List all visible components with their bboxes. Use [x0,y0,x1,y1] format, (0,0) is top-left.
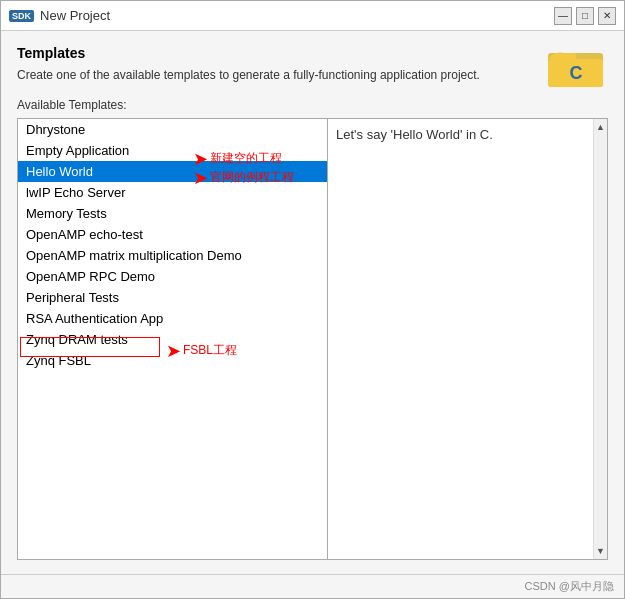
sdk-badge: SDK [9,10,34,22]
watermark: CSDN @风中月隐 [525,579,614,594]
description-text: Let's say 'Hello World' in C. [336,127,493,142]
new-project-window: SDK New Project — □ ✕ C Templates Create… [0,0,625,599]
template-description: Let's say 'Hello World' in C. ▲ ▼ [328,119,607,559]
template-item[interactable]: Memory Tests [18,203,327,224]
template-item[interactable]: RSA Authentication App [18,308,327,329]
template-item[interactable]: OpenAMP matrix multiplication Demo [18,245,327,266]
template-item[interactable]: Zynq FSBL [18,350,327,371]
svg-text:C: C [570,63,583,83]
template-item[interactable]: Empty Application [18,140,327,161]
section-title: Templates [17,45,608,61]
title-bar: SDK New Project — □ ✕ [1,1,624,31]
template-item[interactable]: OpenAMP echo-test [18,224,327,245]
template-item[interactable]: Zynq DRAM tests [18,329,327,350]
maximize-button[interactable]: □ [576,7,594,25]
scroll-up-arrow[interactable]: ▲ [593,119,607,135]
footer: CSDN @风中月隐 [1,574,624,598]
template-item[interactable]: Dhrystone [18,119,327,140]
title-bar-left: SDK New Project [9,8,110,23]
template-list[interactable]: DhrystoneEmpty ApplicationHello WorldlwI… [18,119,328,559]
template-item[interactable]: Hello World [18,161,327,182]
template-item[interactable]: Peripheral Tests [18,287,327,308]
window-controls: — □ ✕ [554,7,616,25]
folder-icon: C [546,41,606,91]
template-item[interactable]: lwIP Echo Server [18,182,327,203]
minimize-button[interactable]: — [554,7,572,25]
section-description: Create one of the available templates to… [17,67,608,84]
templates-label: Available Templates: [17,98,608,112]
close-button[interactable]: ✕ [598,7,616,25]
content-area: C Templates Create one of the available … [1,31,624,574]
template-item[interactable]: OpenAMP RPC Demo [18,266,327,287]
templates-area: DhrystoneEmpty ApplicationHello WorldlwI… [17,118,608,560]
window-title: New Project [40,8,110,23]
scrollbar[interactable]: ▲ ▼ [593,119,607,559]
scroll-down-arrow[interactable]: ▼ [593,543,607,559]
